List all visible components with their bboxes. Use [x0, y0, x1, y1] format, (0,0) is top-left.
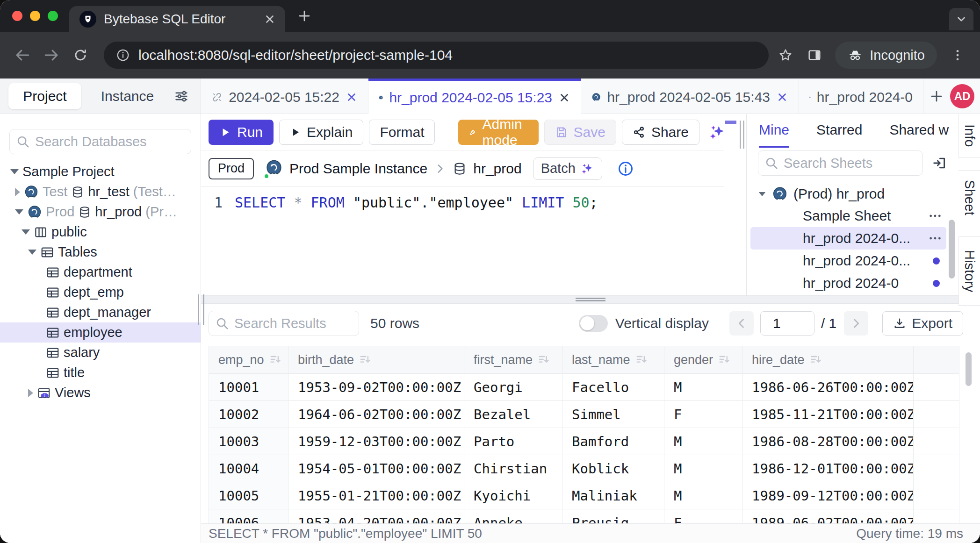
rail-tab-history[interactable]: History — [958, 236, 980, 306]
filter-settings-icon[interactable] — [173, 88, 189, 104]
results-resize-handle[interactable] — [201, 295, 980, 304]
table-cell[interactable]: Preusig — [562, 509, 664, 523]
rail-tab-sheet[interactable]: Sheet — [958, 170, 980, 225]
save-button[interactable]: Save — [544, 120, 616, 145]
instance-name[interactable]: Prod Sample Instance — [289, 161, 427, 177]
table-cell[interactable]: Chirstian — [464, 455, 562, 482]
table-cell[interactable]: 1959-12-03T00:00:00Z — [288, 428, 464, 455]
browser-tab[interactable]: Bytebase SQL Editor — [69, 6, 285, 32]
sidebar-resize-handle[interactable] — [198, 294, 204, 325]
export-button[interactable]: Export — [882, 311, 963, 336]
close-icon[interactable] — [776, 91, 788, 103]
page-number-input[interactable] — [760, 311, 814, 336]
table-cell[interactable]: 10002 — [209, 401, 288, 428]
tree-item-table-salary[interactable]: salary — [0, 343, 201, 363]
sheet-tab-3[interactable]: hr_prod 2024-02-05 15:43 — [581, 79, 799, 114]
editor-minimap[interactable] — [724, 114, 738, 295]
table-cell[interactable]: Parto — [464, 428, 562, 455]
sheet-tab-4[interactable]: hr_prod 2024-0 — [799, 79, 923, 114]
explain-button[interactable]: Explain — [279, 120, 363, 145]
column-header-first_name[interactable]: first_name — [464, 346, 562, 374]
tab-mine[interactable]: Mine — [759, 114, 789, 148]
table-cell[interactable]: Facello — [562, 374, 664, 401]
table-cell[interactable]: M — [664, 482, 742, 509]
tree-item-test-database[interactable]: Test hr_test (Test… — [0, 182, 201, 202]
tree-item-table-dept-manager[interactable]: dept_manager — [0, 302, 201, 322]
rail-tab-info[interactable]: Info — [958, 114, 980, 158]
sheet-item-sample-sheet[interactable]: Sample Sheet — [747, 205, 946, 227]
minimize-window-button[interactable] — [30, 11, 40, 21]
table-cell[interactable]: M — [664, 428, 742, 455]
column-header-last_name[interactable]: last_name — [562, 346, 664, 374]
tree-item-table-dept-emp[interactable]: dept_emp — [0, 282, 201, 302]
new-tab-icon[interactable] — [297, 9, 311, 23]
table-cell[interactable]: Bamford — [562, 428, 664, 455]
table-cell[interactable]: 1986-08-28T00:00:00Z — [742, 428, 914, 455]
format-button[interactable]: Format — [369, 120, 435, 145]
tab-shared[interactable]: Shared w — [889, 114, 949, 148]
sql-editor[interactable]: 1 SELECT * FROM "public"."employee" LIMI… — [201, 187, 724, 295]
bookmark-button[interactable] — [773, 43, 798, 67]
column-header-gender[interactable]: gender — [664, 346, 742, 374]
sheet-tab-1[interactable]: 2024-02-05 15:22 — [201, 79, 368, 114]
share-button[interactable]: Share — [622, 120, 699, 145]
tree-item-table-title[interactable]: title — [0, 363, 201, 383]
import-sheet-icon[interactable] — [931, 155, 947, 171]
table-cell[interactable]: M — [664, 374, 742, 401]
table-cell[interactable]: 10004 — [209, 455, 288, 482]
table-cell[interactable]: 1986-06-26T00:00:00Z — [742, 374, 914, 401]
results-scrollbar[interactable] — [966, 352, 972, 386]
tab-project[interactable]: Project — [8, 83, 81, 109]
tree-item-views-group[interactable]: Views — [0, 383, 201, 403]
table-cell[interactable]: 10003 — [209, 428, 288, 455]
new-sheet-button[interactable] — [923, 79, 950, 114]
table-cell[interactable]: Simmel — [562, 401, 664, 428]
vertical-display-toggle[interactable] — [579, 315, 608, 332]
table-cell[interactable]: 10006 — [209, 509, 288, 523]
prev-page-button[interactable] — [729, 311, 754, 336]
search-results-input[interactable] — [209, 311, 359, 336]
admin-mode-button[interactable]: Admin mode — [458, 120, 538, 145]
table-cell[interactable]: Anneke — [464, 509, 562, 523]
browser-menu-button[interactable] — [945, 43, 970, 67]
table-cell[interactable]: F — [664, 509, 742, 523]
table-cell[interactable]: 10005 — [209, 482, 288, 509]
sheet-group-prod-hr-prod[interactable]: (Prod) hr_prod — [747, 183, 958, 205]
sheet-item-unsaved-clipped[interactable]: hr_prod 2024-0 — [747, 272, 946, 294]
back-button[interactable] — [10, 43, 35, 67]
next-page-button[interactable] — [844, 311, 868, 336]
close-tab-icon[interactable] — [264, 13, 276, 25]
table-cell[interactable]: Bezalel — [464, 401, 562, 428]
tree-item-schema-public[interactable]: public — [0, 222, 201, 242]
close-icon[interactable] — [558, 92, 570, 104]
column-header-emp_no[interactable]: emp_no — [209, 346, 288, 374]
table-cell[interactable]: M — [664, 455, 742, 482]
sheet-item-selected[interactable]: hr_prod 2024-0... — [750, 227, 946, 250]
run-button[interactable]: Run — [209, 120, 274, 145]
kebab-menu-icon[interactable] — [928, 231, 943, 246]
tree-item-prod-database[interactable]: Prod hr_prod (Pr… — [0, 202, 201, 222]
tab-search-button[interactable] — [949, 8, 973, 30]
table-cell[interactable]: 1955-01-21T00:00:00Z — [288, 482, 464, 509]
table-cell[interactable]: F — [664, 401, 742, 428]
sheet-tab-2-active[interactable]: hr_prod 2024-02-05 15:23 — [368, 79, 581, 114]
search-sheets-input[interactable] — [758, 150, 923, 176]
site-info-icon[interactable] — [116, 48, 130, 62]
table-cell[interactable]: Maliniak — [562, 482, 664, 509]
table-cell[interactable]: 1986-12-01T00:00:00Z — [742, 455, 914, 482]
table-cell[interactable]: 1953-04-20T00:00:00Z — [288, 509, 464, 523]
tab-starred[interactable]: Starred — [816, 114, 862, 148]
tab-instance[interactable]: Instance — [81, 88, 173, 104]
tree-item-table-employee[interactable]: employee — [0, 322, 201, 343]
table-cell[interactable]: 1954-05-01T00:00:00Z — [288, 455, 464, 482]
user-avatar[interactable]: AD — [950, 84, 974, 108]
batch-button[interactable]: Batch — [533, 157, 602, 180]
close-icon[interactable] — [346, 91, 358, 103]
table-cell[interactable]: 1985-11-21T00:00:00Z — [742, 401, 914, 428]
tree-item-tables-group[interactable]: Tables — [0, 242, 201, 262]
database-name[interactable]: hr_prod — [473, 161, 521, 177]
column-header-birth_date[interactable]: birth_date — [288, 346, 464, 374]
table-cell[interactable]: 1964-06-02T00:00:00Z — [288, 401, 464, 428]
search-databases-input[interactable] — [9, 129, 191, 154]
forward-button[interactable] — [39, 43, 64, 67]
